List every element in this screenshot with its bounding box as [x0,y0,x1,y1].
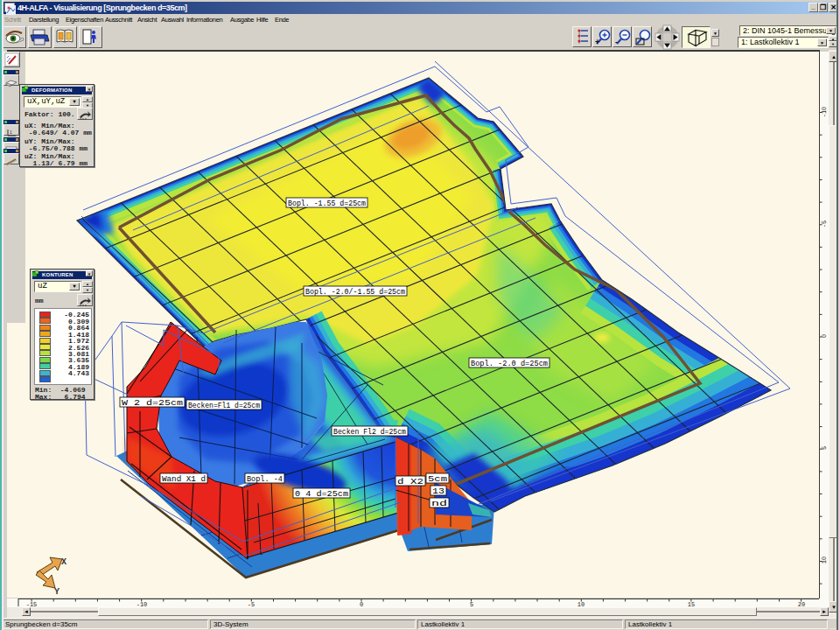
svg-text:-5: -5 [821,220,828,228]
svg-text:0 4 d=25cm: 0 4 d=25cm [295,490,348,499]
svg-text:-15: -15 [26,601,38,607]
svg-text:20: 20 [798,601,805,607]
svg-text:5: 5 [470,601,473,607]
svg-text:1: 1 [10,130,12,135]
svg-text:Bopl. -2.0/-1.55 d=25cm: Bopl. -2.0/-1.55 d=25cm [305,288,405,297]
svg-text:Wand X1 d: Wand X1 d [162,475,206,484]
svg-text:Becken Fl2 d=25cm: Becken Fl2 d=25cm [333,428,406,437]
svg-text:Bopl. -1.55 d=25cm: Bopl. -1.55 d=25cm [288,200,366,208]
svg-text:10: 10 [578,601,584,607]
svg-text:13: 13 [432,487,444,496]
svg-text:0: 0 [360,601,363,607]
svg-text:10: 10 [821,556,828,564]
svg-text:5: 5 [821,446,828,450]
svg-text:5cm: 5cm [428,475,447,484]
svg-text:d X2: d X2 [397,478,424,486]
svg-text:W 2 d=25cm: W 2 d=25cm [122,399,183,408]
svg-text:0: 0 [821,334,828,338]
svg-text:-10: -10 [821,107,828,118]
svg-text:Bopl. -4: Bopl. -4 [247,475,283,484]
svg-text:nd: nd [431,500,447,508]
svg-text:X: X [61,557,66,567]
svg-text:15: 15 [688,601,695,607]
svg-text:Y: Y [54,587,60,597]
svg-text:Bopl. -2.0 d=25cm: Bopl. -2.0 d=25cm [471,360,548,368]
svg-text:-5: -5 [248,601,255,607]
svg-text:Becken=Fl1 d=25cm: Becken=Fl1 d=25cm [188,402,260,410]
svg-text:-10: -10 [136,601,148,607]
